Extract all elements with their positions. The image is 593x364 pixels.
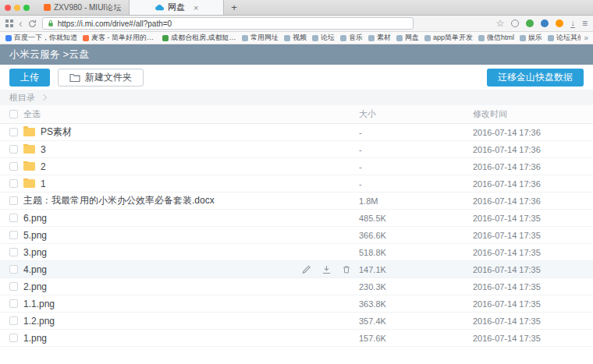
folder-icon xyxy=(23,179,35,188)
table-row[interactable]: 1.2.png357.4K2016-07-14 17:35 xyxy=(0,313,593,330)
row-checkbox[interactable] xyxy=(9,282,18,291)
table-row[interactable]: PS素材-2016-07-14 17:36 xyxy=(0,124,593,141)
bookmark-label: 视频 xyxy=(293,33,307,43)
file-name[interactable]: 1 xyxy=(41,178,46,189)
bookmark-item[interactable]: 成都合租房,成都短租房 xyxy=(162,33,236,43)
file-name[interactable]: 2 xyxy=(41,161,46,172)
modified-column-header: 修改时间 xyxy=(473,108,590,120)
file-name-cell: 1.2.png xyxy=(23,316,359,327)
row-actions xyxy=(301,264,351,274)
folder-icon xyxy=(23,162,35,171)
breadcrumb-root[interactable]: 根目录 xyxy=(9,92,35,104)
page-title: 小米云服务 >云盘 xyxy=(0,44,593,65)
row-checkbox[interactable] xyxy=(9,334,18,342)
bookmark-item[interactable]: 音乐 xyxy=(340,33,363,43)
address-bar[interactable]: https://i.mi.com/drive#/all?path=0 xyxy=(42,17,414,30)
bookmark-item[interactable]: 麦客 - 简单好用的表单 xyxy=(83,33,157,43)
table-row[interactable]: 1.png157.6K2016-07-14 17:35 xyxy=(0,330,593,347)
file-name-cell: 3 xyxy=(23,144,359,155)
row-checkbox[interactable] xyxy=(9,196,18,205)
file-name[interactable]: 2.png xyxy=(23,281,47,292)
bookmark-label: 论坛 xyxy=(321,33,335,43)
row-checkbox[interactable] xyxy=(9,179,18,188)
file-name[interactable]: 1.2.png xyxy=(23,316,55,327)
bookmark-item[interactable]: 微信html xyxy=(478,33,514,43)
row-checkbox[interactable] xyxy=(9,299,18,308)
file-name[interactable]: 5.png xyxy=(23,230,47,241)
bookmark-star-icon[interactable]: ☆ xyxy=(496,19,505,28)
file-size: 363.8K xyxy=(359,299,473,309)
reader-mode-icon[interactable] xyxy=(511,19,519,27)
apps-grid-icon[interactable] xyxy=(5,19,13,27)
row-checkbox[interactable] xyxy=(9,316,18,325)
bookmark-item[interactable]: 素材 xyxy=(368,33,391,43)
tab-close-icon[interactable]: × xyxy=(194,3,198,12)
back-icon[interactable]: ‹ xyxy=(19,18,23,29)
addon-icon-green[interactable] xyxy=(526,19,534,27)
close-window-icon[interactable] xyxy=(5,5,11,11)
table-row[interactable]: 5.png366.6K2016-07-14 17:35 xyxy=(0,227,593,244)
download-icon[interactable] xyxy=(321,264,332,274)
file-modified: 2016-07-14 17:35 xyxy=(473,248,590,257)
zoom-window-icon[interactable] xyxy=(23,5,30,11)
table-row[interactable]: 1-2016-07-14 17:36 xyxy=(0,175,593,193)
folder-icon xyxy=(23,145,35,154)
file-name[interactable]: 1.png xyxy=(23,333,47,344)
delete-icon[interactable] xyxy=(342,264,351,274)
table-row[interactable]: 6.png485.5K2016-07-14 17:35 xyxy=(0,210,593,227)
file-modified: 2016-07-14 17:36 xyxy=(473,128,590,137)
row-checkbox[interactable] xyxy=(9,214,18,222)
background-tab[interactable]: ZXV980 - MIUI论坛 xyxy=(36,0,129,15)
new-folder-icon xyxy=(69,73,80,82)
bookmark-item[interactable]: 论坛 xyxy=(312,33,335,43)
bookmark-item[interactable]: 常用网址 xyxy=(242,33,279,43)
table-row[interactable]: 3.png518.8K2016-07-14 17:35 xyxy=(0,244,593,261)
upload-button[interactable]: 上传 xyxy=(9,69,50,87)
file-name-cell: 4.png xyxy=(23,264,359,275)
file-modified: 2016-07-14 17:36 xyxy=(473,145,590,154)
bookmark-item[interactable]: 百度一下，你就知道 xyxy=(5,33,77,43)
menu-icon[interactable]: ≡ xyxy=(582,19,588,28)
bookmark-item[interactable]: 视频 xyxy=(284,33,307,43)
tab-active[interactable]: 网盘 × xyxy=(129,0,224,15)
downloads-icon[interactable]: ↓ xyxy=(570,19,575,28)
file-name-cell: 2 xyxy=(23,161,359,172)
row-checkbox[interactable] xyxy=(9,248,18,256)
table-row[interactable]: 3-2016-07-14 17:36 xyxy=(0,141,593,158)
table-row[interactable]: 4.png147.1K2016-07-14 17:35 xyxy=(0,261,593,278)
new-tab-button[interactable]: + xyxy=(224,0,244,15)
addon-icon-blue[interactable] xyxy=(541,19,549,27)
table-header: 全选 大小 修改时间 xyxy=(0,105,593,124)
select-all-checkbox[interactable] xyxy=(9,110,18,118)
migrate-kuaipan-button[interactable]: 迁移金山快盘数据 xyxy=(487,69,584,87)
table-row[interactable]: 1.1.png363.8K2016-07-14 17:35 xyxy=(0,295,593,313)
addon-icon-orange[interactable] xyxy=(556,19,563,27)
minimize-window-icon[interactable] xyxy=(14,5,20,11)
bookmark-favicon xyxy=(368,35,375,41)
file-name-cell: 2.png xyxy=(23,281,359,292)
file-name[interactable]: 3.png xyxy=(23,247,47,258)
table-row[interactable]: 主题：我最常用的小米办公效率必备套装.docx1.8M2016-07-14 17… xyxy=(0,193,593,210)
file-name[interactable]: PS素材 xyxy=(41,125,72,139)
new-folder-button[interactable]: 新建文件夹 xyxy=(58,69,144,87)
file-name[interactable]: 3 xyxy=(41,144,46,155)
bookmarks-overflow-icon[interactable]: » xyxy=(581,32,593,44)
row-checkbox[interactable] xyxy=(9,145,18,154)
refresh-icon[interactable] xyxy=(28,19,37,28)
file-name[interactable]: 主题：我最常用的小米办公效率必备套装.docx xyxy=(23,194,215,207)
bookmark-item[interactable]: 网盘 xyxy=(396,33,419,43)
row-checkbox[interactable] xyxy=(9,128,18,136)
table-row[interactable]: 2.png230.3K2016-07-14 17:35 xyxy=(0,278,593,295)
forum-favicon xyxy=(44,4,51,11)
file-size: 518.8K xyxy=(359,248,473,257)
file-name[interactable]: 1.1.png xyxy=(23,299,55,309)
row-checkbox[interactable] xyxy=(9,162,18,171)
rename-icon[interactable] xyxy=(301,264,311,274)
row-checkbox[interactable] xyxy=(9,231,18,239)
row-checkbox[interactable] xyxy=(9,265,18,274)
table-row[interactable]: 2-2016-07-14 17:36 xyxy=(0,158,593,175)
file-name[interactable]: 4.png xyxy=(23,264,47,275)
bookmark-item[interactable]: app简单开发 xyxy=(424,33,473,43)
bookmark-item[interactable]: 娱乐 xyxy=(520,33,542,43)
file-name[interactable]: 6.png xyxy=(23,213,47,224)
